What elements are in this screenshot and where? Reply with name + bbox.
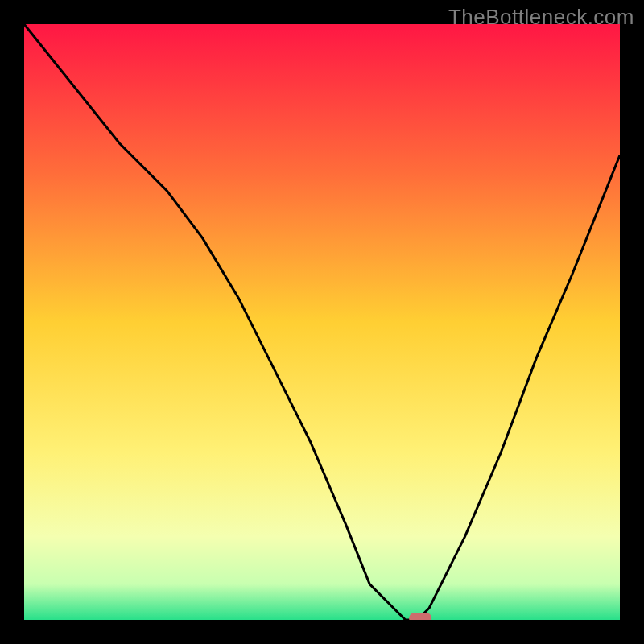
chart-container: TheBottleneck.com	[0, 0, 644, 644]
plot-area	[24, 24, 620, 620]
chart-svg	[24, 24, 620, 620]
optimal-marker	[409, 613, 431, 620]
watermark-text: TheBottleneck.com	[448, 5, 634, 30]
gradient-background	[24, 24, 620, 620]
